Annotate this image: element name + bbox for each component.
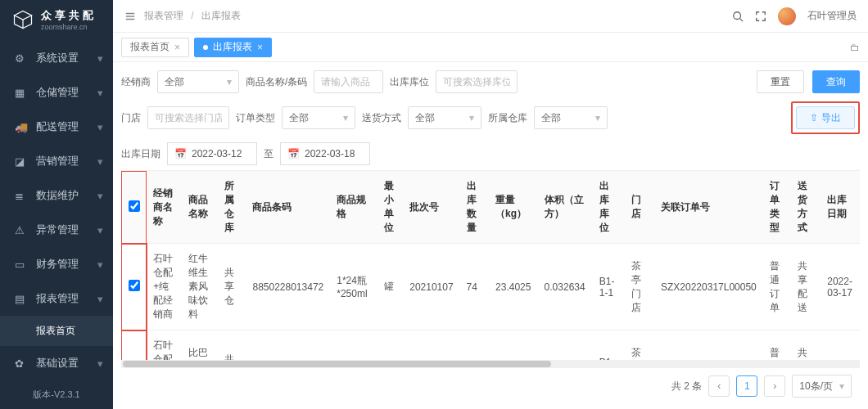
sidebar-item-marketing[interactable]: ◪营销管理▾: [0, 144, 113, 178]
sidebar-item-data[interactable]: ≣数据维护▾: [0, 178, 113, 213]
date-from-input[interactable]: 📅2022-03-12: [167, 142, 257, 165]
chevron-down-icon: ▾: [469, 112, 474, 124]
chevron-down-icon: ▾: [97, 357, 103, 370]
outbound-table: 经销商名称 商品名称 所属仓库 商品条码 商品规格 最小单位 批次号 出库数量 …: [121, 171, 860, 360]
store-input[interactable]: [147, 106, 229, 129]
chevron-down-icon: ▾: [227, 76, 232, 88]
checkbox-all[interactable]: [129, 200, 140, 212]
chevron-down-icon: ▾: [97, 258, 103, 271]
menu-toggle-icon[interactable]: [124, 11, 136, 22]
brand-en: zoomshare.cn: [41, 23, 97, 31]
dealer-select[interactable]: 全部▾: [157, 70, 239, 93]
calendar-icon: 📅: [174, 148, 187, 160]
date-to-input[interactable]: 📅2022-03-18: [280, 142, 370, 165]
page-size-select[interactable]: 10条/页▾: [792, 375, 852, 398]
tab-outbound-report[interactable]: 出库报表×: [194, 38, 272, 57]
logo: 众享共配 zoomshare.cn: [0, 0, 113, 41]
tab-report-home[interactable]: 报表首页×: [121, 38, 189, 57]
chevron-down-icon: ▾: [343, 112, 348, 124]
warehouse-select[interactable]: 全部▾: [534, 106, 608, 129]
sidebar-item-system[interactable]: ⚙系统设置▾: [0, 41, 113, 75]
calendar-icon: 📅: [287, 148, 300, 160]
chevron-down-icon: ▾: [97, 87, 103, 99]
row-checkbox[interactable]: [129, 280, 140, 291]
pagination: 共 2 条 ‹ 1 › 10条/页▾: [121, 368, 860, 404]
grid-icon: ▦: [15, 87, 28, 99]
sidebar-item-exception[interactable]: ⚠异常管理▾: [0, 213, 113, 247]
tag-icon: ◪: [15, 155, 28, 168]
sidebar-item-warehouse[interactable]: ▦仓储管理▾: [0, 75, 113, 110]
shipmode-select[interactable]: 全部▾: [408, 106, 481, 129]
sidebar-subitem-report-home[interactable]: 报表首页: [0, 316, 113, 346]
brand-cn: 众享共配: [41, 8, 97, 23]
gear-icon: ⚙: [15, 52, 28, 65]
sidebar-item-basic[interactable]: ✿基础设置▾: [0, 346, 113, 380]
chevron-down-icon: ▾: [97, 52, 103, 65]
export-highlight: ⇧导出: [791, 101, 860, 134]
close-icon[interactable]: ×: [257, 42, 263, 53]
svg-point-0: [734, 11, 741, 19]
table-row: 石叶仓配+纯配经销商比巴卜（瓶装）共享仓6911316100640637g×6罐…: [121, 330, 860, 361]
sidebar-item-delivery[interactable]: 🚚配送管理▾: [0, 110, 113, 144]
horizontal-scrollbar[interactable]: [121, 360, 860, 368]
sidebar-item-finance[interactable]: ▭财务管理▾: [0, 247, 113, 281]
chart-icon: ▤: [15, 293, 28, 305]
chevron-down-icon: ▾: [97, 293, 103, 305]
query-button[interactable]: 查询: [812, 70, 860, 93]
outloc-input[interactable]: [436, 70, 518, 93]
product-input[interactable]: [314, 70, 383, 93]
pager-page-1[interactable]: 1: [736, 375, 757, 397]
ordertype-select[interactable]: 全部▾: [282, 106, 355, 129]
username: 石叶管理员: [807, 9, 857, 23]
chevron-down-icon: ▾: [97, 155, 103, 168]
close-icon[interactable]: ×: [174, 42, 180, 53]
stack-icon: ≣: [15, 190, 28, 202]
chevron-down-icon: ▾: [839, 380, 844, 392]
sidebar-item-report[interactable]: ▤报表管理▾: [0, 281, 113, 316]
search-icon[interactable]: [732, 11, 744, 22]
logo-icon: [11, 8, 34, 31]
tab-tool-icon[interactable]: 🗀: [850, 42, 860, 53]
pager-total: 共 2 条: [671, 380, 702, 393]
version-label: 版本-V2.3.1: [0, 380, 113, 409]
filter-panel: 经销商 全部▾ 商品名称/条码 出库库位 重置 查询 门店 订单类型 全部▾: [121, 70, 860, 165]
chevron-down-icon: ▾: [595, 112, 600, 124]
pager-next[interactable]: ›: [764, 375, 785, 397]
chevron-down-icon: ▾: [97, 121, 103, 133]
chevron-down-icon: ▾: [97, 224, 103, 236]
chevron-down-icon: ▾: [97, 190, 103, 202]
cog-icon: ✿: [15, 357, 28, 370]
topbar: 报表管理 / 出库报表 石叶管理员: [113, 0, 868, 33]
avatar[interactable]: [778, 7, 796, 25]
table-row: 石叶仓配+纯配经销商红牛维生素风味饮料共享仓88502280134721*24瓶…: [121, 244, 860, 330]
tabbar: 报表首页× 出库报表× 🗀: [113, 33, 868, 62]
export-button[interactable]: ⇧导出: [796, 106, 855, 129]
upload-icon: ⇧: [810, 112, 818, 124]
warning-icon: ⚠: [15, 224, 28, 236]
sidebar-menu: ⚙系统设置▾ ▦仓储管理▾ 🚚配送管理▾ ◪营销管理▾ ≣数据维护▾ ⚠异常管理…: [0, 41, 113, 380]
pager-prev[interactable]: ‹: [708, 375, 730, 397]
fullscreen-icon[interactable]: [755, 11, 766, 22]
money-icon: ▭: [15, 258, 28, 271]
truck-icon: 🚚: [15, 121, 28, 133]
table-wrap: 经销商名称 商品名称 所属仓库 商品条码 商品规格 最小单位 批次号 出库数量 …: [121, 170, 860, 360]
breadcrumb: 报表管理 / 出库报表: [144, 9, 241, 23]
reset-button[interactable]: 重置: [757, 70, 804, 93]
